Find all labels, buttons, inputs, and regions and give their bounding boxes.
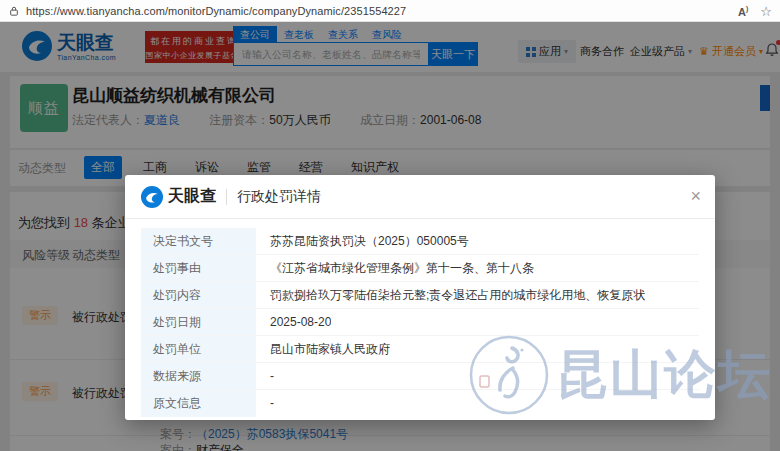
favorite-star-icon[interactable]: ☆ (760, 4, 772, 19)
lock-icon (9, 6, 19, 16)
detail-row-penalty-content: 处罚内容罚款捌拾玖万零陆佰柒拾元整;责令退还占用的城市绿化用地、恢复原状 (141, 282, 699, 309)
divider (226, 189, 227, 205)
url-text: https://www.tianyancha.com/monitorDynami… (26, 5, 406, 17)
detail-row-data-source: 数据来源- (141, 363, 699, 390)
browser-address-bar[interactable]: https://www.tianyancha.com/monitorDynami… (0, 0, 780, 22)
detail-row-original-info: 原文信息- (141, 390, 699, 417)
modal-title: 行政处罚详情 (237, 188, 321, 206)
detail-row-penalty-reason: 处罚事由《江苏省城市绿化管理条例》第十一条、第十八条 (141, 255, 699, 282)
tianyancha-logo-icon (141, 186, 163, 208)
modal-body: 决定书文号苏苏昆陆资执罚决（2025）050005号 处罚事由《江苏省城市绿化管… (125, 219, 715, 417)
screenshot-root: https://www.tianyancha.com/monitorDynami… (0, 0, 780, 451)
modal-header: 天眼查 行政处罚详情 × (125, 175, 715, 219)
detail-row-penalty-date: 处罚日期2025-08-20 (141, 309, 699, 336)
modal-brand: 天眼查 (168, 186, 216, 207)
close-icon[interactable]: × (690, 186, 701, 206)
detail-row-penalty-authority: 处罚单位昆山市陆家镇人民政府 (141, 336, 699, 363)
read-aloud-icon[interactable]: A) (738, 5, 748, 18)
detail-row-document-number: 决定书文号苏苏昆陆资执罚决（2025）050005号 (141, 228, 699, 255)
penalty-detail-modal: 天眼查 行政处罚详情 × 决定书文号苏苏昆陆资执罚决（2025）050005号 … (125, 175, 715, 420)
